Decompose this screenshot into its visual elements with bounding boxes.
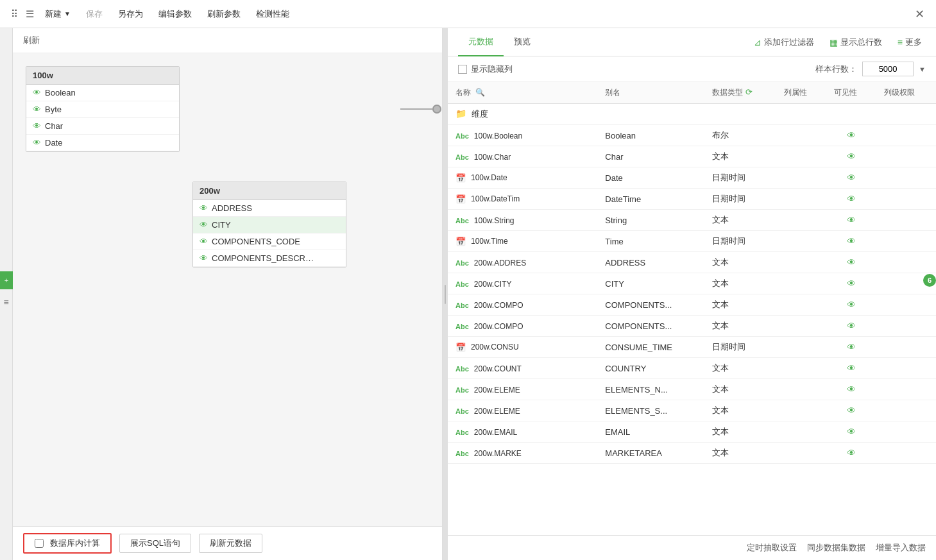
left-bottom-bar: 数据库内计算 展示SQL语句 刷新元数据 — [13, 526, 442, 560]
cell-attr — [776, 379, 826, 400]
show-hidden-label[interactable]: 显示隐藏列 — [458, 64, 513, 75]
sync-link[interactable]: 同步数据集数据 — [807, 542, 865, 554]
cell-visibility: 👁 — [826, 337, 876, 358]
cell-type: 布尔 — [704, 125, 776, 146]
cell-attr — [776, 358, 826, 379]
save-as-button[interactable]: 另存为 — [112, 6, 149, 22]
cell-type: 文本 — [704, 273, 776, 294]
col-type-header: 数据类型 ⟳ — [704, 82, 776, 104]
refresh-meta-button[interactable]: 刷新元数据 — [199, 534, 262, 553]
col-attr-header: 列属性 — [776, 82, 826, 104]
field-char[interactable]: 👁 Char — [26, 118, 179, 135]
visibility-eye-icon[interactable]: 👁 — [847, 448, 856, 458]
abc-badge: Abc — [455, 217, 469, 225]
db-calc-checkbox-label[interactable]: 数据库内计算 — [23, 533, 112, 554]
calendar-badge: 📅 — [455, 173, 466, 183]
col-name-header: 名称 🔍 — [448, 82, 597, 104]
sample-dropdown-arrow[interactable]: ▼ — [919, 65, 926, 73]
refresh-params-button[interactable]: 刷新参数 — [201, 6, 247, 22]
col-perm-header: 列级权限 — [876, 82, 936, 104]
cell-name: Abc 200w.COMPO — [448, 294, 597, 316]
cell-type: 文本 — [704, 294, 776, 316]
visibility-eye-icon[interactable]: 👁 — [847, 300, 856, 310]
visibility-eye-icon[interactable]: 👁 — [847, 151, 856, 162]
cell-perm — [876, 316, 936, 337]
cell-visibility: 👁 — [826, 189, 876, 210]
cell-alias: String — [597, 210, 704, 231]
tabs-actions: ⊿ 添加行过滤器 ▦ 显示总行数 ≡ 更多 — [750, 34, 926, 51]
sample-rows-input[interactable] — [862, 62, 914, 76]
cell-alias: CITY — [597, 273, 704, 294]
cell-alias: Boolean — [597, 125, 704, 146]
eye-icon-address: 👁 — [200, 203, 208, 213]
visibility-eye-icon[interactable]: 👁 — [847, 130, 856, 140]
cell-alias: ADDRESS — [597, 252, 704, 273]
more-button[interactable]: ≡ 更多 — [894, 34, 926, 51]
cell-name: Abc 200w.MARKE — [448, 443, 597, 464]
cell-alias: Date — [597, 167, 704, 189]
sync-icon[interactable]: ⟳ — [745, 87, 753, 97]
check-perf-button[interactable]: 检测性能 — [250, 6, 296, 22]
visibility-eye-icon[interactable]: 👁 — [847, 215, 856, 225]
show-hidden-checkbox[interactable] — [458, 65, 467, 74]
field-components-code[interactable]: 👁 COMPONENTS_CODE — [193, 233, 346, 250]
side-expand-btn[interactable]: + — [0, 271, 13, 289]
visibility-eye-icon[interactable]: 👁 — [847, 194, 856, 204]
cell-visibility: 👁 — [826, 316, 876, 337]
cell-name: 📅 200w.CONSU — [448, 337, 597, 358]
add-filter-button[interactable]: ⊿ 添加行过滤器 — [750, 34, 818, 51]
table-box-100w: 100w 👁 Boolean 👁 Byte 👁 Char — [26, 66, 180, 152]
field-components-desc[interactable]: 👁 COMPONENTS_DESCRIPTIC — [193, 250, 346, 267]
save-button[interactable]: 保存 — [80, 6, 109, 22]
tab-preview[interactable]: 预览 — [504, 28, 541, 56]
eye-icon-boolean: 👁 — [33, 88, 41, 98]
calendar-badge: 📅 — [455, 343, 466, 352]
field-address[interactable]: 👁 ADDRESS — [193, 200, 346, 217]
cell-perm — [876, 358, 936, 379]
cell-visibility: 👁 — [826, 421, 876, 443]
eye-icon-city: 👁 — [200, 220, 208, 230]
visibility-eye-icon[interactable]: 👁 — [847, 257, 856, 267]
visibility-eye-icon[interactable]: 👁 — [847, 321, 856, 331]
show-sql-button[interactable]: 展示SQL语句 — [119, 534, 191, 553]
cell-attr — [776, 294, 826, 316]
edit-params-button[interactable]: 编辑参数 — [152, 6, 198, 22]
table-row: Abc 200w.ELEME ELEMENTS_N... 文本 👁 — [448, 379, 936, 400]
visibility-eye-icon[interactable]: 👁 — [847, 427, 856, 437]
cell-attr — [776, 231, 826, 252]
table-row: 📅 100w.Date Date 日期时间 👁 — [448, 167, 936, 189]
field-boolean[interactable]: 👁 Boolean — [26, 85, 179, 101]
visibility-eye-icon[interactable]: 👁 — [847, 342, 856, 352]
tab-metadata[interactable]: 元数据 — [458, 28, 504, 56]
db-calc-checkbox[interactable] — [35, 539, 44, 548]
field-city[interactable]: 👁 CITY — [193, 217, 346, 233]
bottom-right-actions: 定时抽取设置 同步数据集数据 增量导入数据 — [747, 542, 926, 554]
visibility-eye-icon[interactable]: 👁 — [847, 384, 856, 395]
field-date[interactable]: 👁 Date — [26, 135, 179, 151]
side-handle: ≡ ≡ + — [0, 28, 13, 560]
cell-alias: COMPONENTS... — [597, 316, 704, 337]
scheduled-link[interactable]: 定时抽取设置 — [747, 542, 797, 554]
visibility-eye-icon[interactable]: 👁 — [847, 173, 856, 183]
name-search-icon[interactable]: 🔍 — [475, 88, 485, 97]
import-link[interactable]: 增量导入数据 — [876, 542, 926, 554]
cell-perm — [876, 231, 936, 252]
field-byte[interactable]: 👁 Byte — [26, 101, 179, 118]
visibility-eye-icon[interactable]: 👁 — [847, 405, 856, 416]
visibility-eye-icon[interactable]: 👁 — [847, 363, 856, 373]
handle-icon-2[interactable]: ≡ — [3, 297, 8, 307]
drag-icon[interactable]: ⠿ — [8, 8, 21, 21]
corner-badge: 6 — [923, 274, 936, 287]
resize-handle[interactable] — [443, 28, 448, 560]
visibility-eye-icon[interactable]: 👁 — [847, 278, 856, 289]
cell-visibility: 👁 — [826, 358, 876, 379]
show-total-button[interactable]: ▦ 显示总行数 — [826, 34, 886, 51]
table-200w-header: 200w — [193, 182, 346, 200]
table-100w: 100w 👁 Boolean 👁 Byte 👁 Char — [26, 66, 180, 152]
abc-badge: Abc — [455, 132, 469, 140]
visibility-eye-icon[interactable]: 👁 — [847, 236, 856, 246]
menu-icon[interactable]: ☰ — [23, 8, 36, 21]
cell-visibility: 👁 — [826, 273, 876, 294]
close-button[interactable]: ✕ — [910, 5, 928, 23]
new-button[interactable]: 新建 ▼ — [38, 6, 77, 22]
